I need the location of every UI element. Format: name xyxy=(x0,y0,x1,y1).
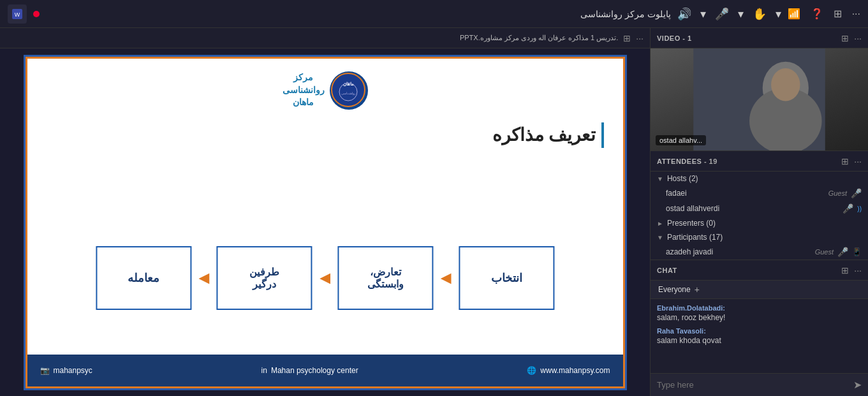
video-thumb-inner: ostad allahv... xyxy=(651,48,868,150)
top-bar-controls: 🔊 ▾ 🎤 ▾ ✋ ▾ xyxy=(677,7,781,21)
top-bar: W پایلوت مرکز روانشناسی 🔊 ▾ 🎤 ▾ ✋ ▾ 📶 ❓ … xyxy=(0,0,868,28)
participants-chevron: ▼ xyxy=(657,234,663,241)
send-icon[interactable]: ➤ xyxy=(853,379,862,391)
more-options-icon[interactable]: ··· xyxy=(636,33,644,43)
chat-header: CHAT ⊞ ··· xyxy=(651,260,868,281)
attendees-title: ATTENDEES - 19 xyxy=(657,158,836,165)
slide: مرکزروانشناسیماهان ماهان روانشناسی xyxy=(26,57,625,388)
video-person-label: ostad allahv... xyxy=(656,135,706,145)
boxes-row: انتخاب ◄ تعارض،وابستگی ◄ طرفیندرگیر ◄ مع… xyxy=(94,246,555,310)
presentation-header-icons: ⊞ ··· xyxy=(623,33,644,43)
footer-website: 🌐 www.mahanpsy.com xyxy=(527,366,610,375)
linkedin-icon: in xyxy=(261,366,267,375)
svg-text:W: W xyxy=(15,11,20,18)
mic-icon[interactable]: 🎤 xyxy=(715,7,729,21)
mic-chevron[interactable]: ▾ xyxy=(738,7,744,21)
attendees-header: ATTENDEES - 19 ⊞ ··· xyxy=(651,151,868,172)
arrow-2: ◄ xyxy=(316,268,334,288)
box-taarez: تعارض،وابستگی xyxy=(337,246,433,310)
logo-text: مرکزروانشناسیماهان xyxy=(283,71,325,109)
svg-text:روانشناسی: روانشناسی xyxy=(341,91,356,96)
presenters-chevron: ► xyxy=(657,220,663,227)
chat-message-2: Raha Tavasoli: salam khoda qovat xyxy=(657,327,862,345)
box-ankhtab: انتخاب xyxy=(459,246,554,310)
attendees-expand-icon[interactable]: ⊞ xyxy=(841,156,849,166)
hand-chevron[interactable]: ▾ xyxy=(776,7,781,21)
attendees-section: ATTENDEES - 19 ⊞ ··· ▼ Hosts (2) fadaei … xyxy=(651,151,868,260)
chat-title: CHAT xyxy=(657,267,836,274)
attendees-more-icon[interactable]: ··· xyxy=(854,156,862,166)
right-panel: VIDEO - 1 ⊞ ··· xyxy=(650,28,868,396)
phone-icon-azadeh: 📱 xyxy=(852,247,862,256)
add-chat-tab-button[interactable]: + xyxy=(695,284,700,295)
svg-text:ماهان: ماهان xyxy=(343,82,354,87)
app-logo: W xyxy=(8,4,27,24)
expand-icon[interactable]: ⊞ xyxy=(623,33,631,43)
hand-icon[interactable]: ✋ xyxy=(753,7,767,21)
hosts-group-header[interactable]: ▼ Hosts (2) xyxy=(651,172,868,186)
mic-icon-fadaei: 🎤 xyxy=(851,188,862,198)
slide-inner: مرکزروانشناسیماهان ماهان روانشناسی xyxy=(27,59,623,386)
more-icon[interactable]: ··· xyxy=(852,8,860,20)
hosts-chevron: ▼ xyxy=(657,175,663,182)
everyone-label: Everyone xyxy=(658,285,691,294)
globe-icon: 🌐 xyxy=(527,366,536,375)
video-expand-icon[interactable]: ⊞ xyxy=(841,33,849,43)
chat-msg-text-2: salam khoda qovat xyxy=(657,336,862,345)
mic-icon-ostad: 🎤 xyxy=(842,203,853,214)
chat-messages: Ebrahim.Dolatabadi: salam, rooz bekhey! … xyxy=(651,299,868,373)
chat-message-1: Ebrahim.Dolatabadi: salam, rooz bekhey! xyxy=(657,304,862,322)
video-thumbnail: ostad allahv... xyxy=(651,48,868,150)
box-tarafein: طرفیندرگیر xyxy=(217,246,313,310)
video-more-icon[interactable]: ··· xyxy=(854,33,862,43)
top-bar-right: 📶 ❓ ⊞ ··· xyxy=(788,8,860,20)
chat-header-icons: ⊞ ··· xyxy=(841,265,862,275)
chat-more-icon[interactable]: ··· xyxy=(854,265,862,275)
slide-footer: 📷 mahanpsyc in Mahan psychology center 🌐… xyxy=(27,355,623,386)
logo-circle: ماهان روانشناسی xyxy=(330,71,368,110)
audio-icon[interactable]: 🔊 xyxy=(677,7,691,21)
video-header: VIDEO - 1 ⊞ ··· xyxy=(651,28,868,48)
arrow-3: ◄ xyxy=(195,268,213,288)
presenters-label: Presenters (0) xyxy=(667,219,716,228)
app-title: پایلوت مرکز روانشناسی xyxy=(46,9,671,19)
attendee-role-fadaei: Guest xyxy=(828,189,847,197)
attendees-header-icons: ⊞ ··· xyxy=(841,156,862,166)
hosts-label: Hosts (2) xyxy=(667,174,698,183)
instagram-icon: 📷 xyxy=(40,366,50,375)
presentation-filename: .تدریس 1 مذاکره عرفان اله وردی مرکز مشاو… xyxy=(6,34,618,42)
footer-center: in Mahan psychology center xyxy=(261,366,358,375)
attendee-name-fadaei: fadaei xyxy=(666,189,825,198)
speaking-indicator: )) xyxy=(857,205,862,212)
main-layout: .تدریس 1 مذاکره عرفان اله وردی مرکز مشاو… xyxy=(0,28,868,396)
chat-msg-text-1: salam, rooz bekhey! xyxy=(657,313,862,322)
chat-msg-name-1: Ebrahim.Dolatabadi: xyxy=(657,304,862,312)
video-header-icons: ⊞ ··· xyxy=(841,33,862,43)
signal-icon: 📶 xyxy=(788,8,800,20)
footer-instagram: 📷 mahanpsyc xyxy=(40,366,92,375)
arrow-1: ◄ xyxy=(437,268,455,288)
layout-icon[interactable]: ⊞ xyxy=(834,8,842,20)
presenters-group-header[interactable]: ► Presenters (0) xyxy=(651,216,868,230)
svg-point-2 xyxy=(332,73,365,106)
attendee-fadaei: fadaei Guest 🎤 xyxy=(651,186,868,201)
audio-chevron[interactable]: ▾ xyxy=(700,7,706,21)
recording-dot xyxy=(33,11,40,17)
chat-everyone-bar: Everyone + xyxy=(651,281,868,299)
participants-label: Participants (17) xyxy=(667,233,723,242)
participants-group-header[interactable]: ▼ Participants (17) xyxy=(651,230,868,244)
chat-expand-icon[interactable]: ⊞ xyxy=(841,265,849,275)
chat-input-field[interactable] xyxy=(657,380,848,390)
slide-logo: مرکزروانشناسیماهان ماهان روانشناسی xyxy=(283,71,368,110)
chat-input-area: ➤ xyxy=(651,373,868,396)
chat-section: CHAT ⊞ ··· Everyone + Ebrahim.Dolatabadi… xyxy=(651,260,868,396)
video-section: VIDEO - 1 ⊞ ··· xyxy=(651,28,868,151)
presentation-area: .تدریس 1 مذاکره عرفان اله وردی مرکز مشاو… xyxy=(0,28,650,396)
help-icon[interactable]: ❓ xyxy=(811,8,823,20)
attendee-name-ostad: ostad allahverdi xyxy=(666,204,839,213)
slide-title: تعریف مذاکره xyxy=(492,122,604,148)
title-bar xyxy=(601,122,604,148)
attendees-count: - 19 xyxy=(704,158,717,165)
svg-rect-10 xyxy=(693,48,825,150)
mic-icon-azadeh: 🎤 xyxy=(837,247,848,257)
